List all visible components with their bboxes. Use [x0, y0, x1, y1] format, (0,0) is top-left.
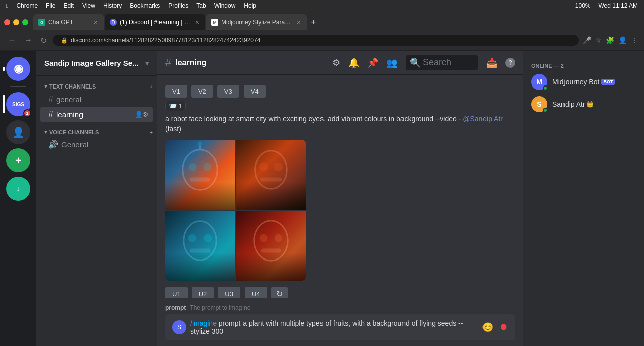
- u4-button[interactable]: U4: [245, 287, 267, 298]
- settings-icon[interactable]: ⚙: [332, 57, 340, 68]
- more-button[interactable]: ⋮: [631, 36, 638, 44]
- tab-midjourney[interactable]: M Midjourney Stylize Parameter ×: [206, 14, 307, 30]
- tab-chatgpt[interactable]: G ChatGPT ×: [33, 14, 104, 30]
- image-grid[interactable]: [165, 140, 306, 281]
- first-reaction[interactable]: 📨 1: [165, 101, 186, 111]
- input-hint: prompt The prompt to imagine: [165, 304, 515, 311]
- text-channels-section[interactable]: ▾ TEXT CHANNELS +: [36, 80, 157, 92]
- image-cell-2: [236, 140, 306, 210]
- profile-icon[interactable]: 👤: [618, 36, 627, 44]
- edit-menu[interactable]: Edit: [63, 2, 74, 9]
- svg-point-1: [189, 163, 197, 171]
- v4-button-first[interactable]: V4: [244, 85, 266, 98]
- refresh-icon: ↻: [276, 289, 283, 298]
- server-label-sigs: SIGS: [12, 102, 24, 107]
- svg-rect-9: [260, 178, 282, 182]
- pin-icon[interactable]: 📌: [367, 57, 378, 68]
- u3-button[interactable]: U3: [218, 287, 240, 298]
- inbox-icon[interactable]: 📥: [486, 57, 497, 68]
- chatgpt-favicon: G: [38, 19, 45, 26]
- tab-midjourney-close[interactable]: ×: [296, 17, 302, 27]
- search-icon: 🔍: [410, 57, 421, 68]
- apple-menu[interactable]: : [6, 2, 8, 9]
- profiles-menu[interactable]: Profiles: [168, 2, 188, 9]
- member-avatar-sandip: S: [531, 96, 547, 112]
- server-icon-sigs[interactable]: 1 SIGS: [6, 92, 30, 116]
- add-channel-icon[interactable]: +: [150, 83, 153, 90]
- voice-channels-section[interactable]: ▾ VOICE CHANNELS +: [36, 126, 157, 137]
- search-placeholder: Search: [423, 57, 451, 68]
- server-icon-teal[interactable]: ↓: [6, 177, 30, 201]
- chrome-menu[interactable]: Chrome: [16, 2, 38, 9]
- clock: Wed 11:12 AM: [599, 2, 638, 9]
- fullscreen-window-button[interactable]: [22, 19, 28, 25]
- url-bar[interactable]: 🔒 discord.com/channels/11282822500987781…: [53, 35, 579, 46]
- svg-point-15: [260, 234, 268, 242]
- minimize-window-button[interactable]: [13, 19, 19, 25]
- channel-item-general[interactable]: # general: [40, 92, 153, 107]
- tab-chatgpt-close[interactable]: ×: [93, 17, 99, 27]
- member-item-sandip[interactable]: S Sandip Atr 👑: [523, 93, 644, 115]
- members-icon[interactable]: 👥: [386, 57, 397, 68]
- server-icon-add[interactable]: +: [6, 148, 30, 172]
- v1-button-first[interactable]: V1: [165, 85, 187, 98]
- new-tab-button[interactable]: +: [308, 17, 319, 28]
- v3-button-first[interactable]: V3: [217, 85, 239, 98]
- first-button-row: V1 V2 V3 V4: [157, 83, 523, 99]
- emoji-picker-icon[interactable]: 😊: [482, 322, 493, 333]
- refresh-button[interactable]: ↻: [38, 35, 49, 46]
- member-item-midjourney-bot[interactable]: M Midjourney Bot BOT: [523, 71, 644, 93]
- members-sidebar: ONLINE — 2 M Midjourney Bot BOT S S: [523, 51, 644, 346]
- mention-text[interactable]: @Sandip Atr: [463, 115, 503, 123]
- record-icon[interactable]: ⏺: [499, 322, 508, 333]
- search-input[interactable]: 🔍 Search: [406, 55, 478, 70]
- input-avatar: S: [172, 320, 186, 334]
- slash-command: /imagine: [190, 319, 217, 327]
- channel-item-general-voice[interactable]: 🔊 General: [40, 138, 153, 151]
- bell-icon[interactable]: 🔔: [348, 57, 359, 68]
- notification-badge: 1: [23, 109, 31, 117]
- help-menu[interactable]: Help: [244, 2, 256, 9]
- tab-discord-close[interactable]: ×: [194, 17, 200, 27]
- teal-icon: ↓: [17, 185, 20, 193]
- browser-toolbar-icons: 🎤 ☆ 🧩 👤 ⋮: [583, 36, 638, 44]
- help-icon[interactable]: ?: [505, 58, 515, 68]
- discord-app: ◉ 1 SIGS 👤 + ↓ Sandip Image Gallery Se..…: [0, 51, 644, 346]
- back-button[interactable]: ←: [6, 35, 18, 46]
- window-menu[interactable]: Window: [214, 2, 236, 9]
- forward-button[interactable]: →: [22, 35, 34, 46]
- channel-list: ▾ TEXT CHANNELS + # general # learning 👤…: [36, 76, 157, 346]
- channel-item-learning[interactable]: # learning 👤⚙: [40, 107, 153, 122]
- messages-area[interactable]: V1 V2 V3 V4 📨 1 a robot face looking at …: [157, 75, 523, 298]
- refresh-button-message[interactable]: ↻: [271, 287, 288, 298]
- server-sidebar: ◉ 1 SIGS 👤 + ↓: [0, 51, 36, 346]
- extensions-icon[interactable]: 🧩: [606, 36, 614, 44]
- tab-discord[interactable]: D (1) Discord | #learning | Sandi... ×: [105, 14, 205, 30]
- hash-icon-learning: #: [48, 109, 53, 120]
- server-header[interactable]: Sandip Image Gallery Se... ▾: [36, 51, 157, 76]
- member-status-midjourney: [543, 85, 548, 91]
- member-name-row-sandip: Sandip Atr 👑: [552, 100, 594, 108]
- u2-button[interactable]: U2: [192, 287, 214, 298]
- add-voice-channel-icon[interactable]: +: [150, 129, 153, 135]
- close-window-button[interactable]: [4, 19, 10, 25]
- bookmark-icon[interactable]: ☆: [595, 36, 602, 44]
- input-text-content[interactable]: /imagine prompt a plant with multiple ty…: [190, 319, 478, 335]
- input-toolbar: 😊 ⏺: [482, 322, 508, 333]
- svg-rect-3: [190, 178, 210, 182]
- server-icon-extra1[interactable]: 👤: [6, 120, 30, 144]
- v2-button-first[interactable]: V2: [191, 85, 213, 98]
- history-menu[interactable]: History: [103, 2, 122, 9]
- tab-menu[interactable]: Tab: [196, 2, 206, 9]
- u1-button[interactable]: U1: [165, 287, 188, 298]
- microphone-icon[interactable]: 🎤: [583, 36, 591, 44]
- svg-point-10: [184, 221, 217, 260]
- view-menu[interactable]: View: [82, 2, 95, 9]
- server-icon-home[interactable]: ◉: [6, 57, 30, 81]
- file-menu[interactable]: File: [46, 2, 55, 9]
- input-hint-text: The prompt to imagine: [190, 304, 250, 311]
- message-input-box[interactable]: S /imagine prompt a plant with multiple …: [165, 314, 515, 340]
- tab-discord-label: (1) Discord | #learning | Sandi...: [120, 19, 191, 26]
- bookmarks-menu[interactable]: Bookmarks: [130, 2, 160, 9]
- url-text: discord.com/channels/1128282250098778123…: [71, 37, 260, 44]
